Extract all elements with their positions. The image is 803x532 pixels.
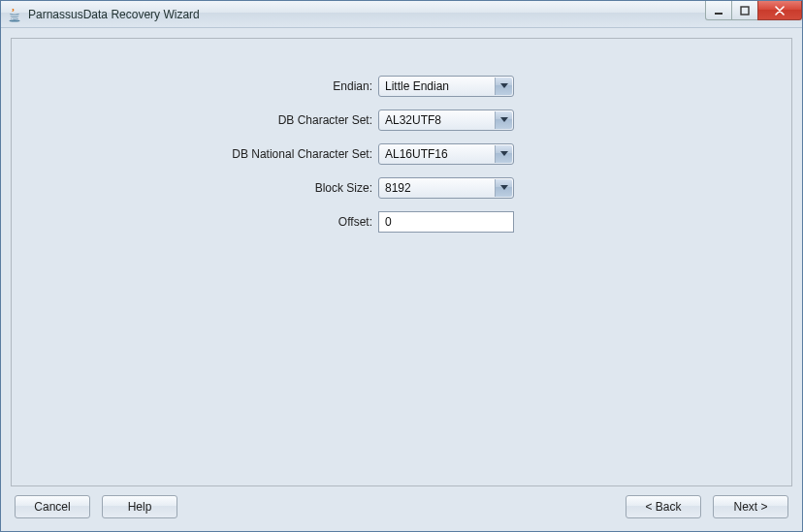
- svg-rect-1: [715, 13, 723, 15]
- row-charset: DB Character Set: AL32UTF8: [12, 110, 791, 131]
- close-button[interactable]: [757, 1, 802, 20]
- titlebar[interactable]: ParnassusData Recovery Wizard: [1, 1, 802, 28]
- chevron-down-icon: [495, 179, 512, 197]
- offset-input[interactable]: [378, 211, 514, 233]
- client-area: Endian: Little Endian DB Character Set:: [1, 28, 802, 531]
- label-ncharset: DB National Character Set:: [12, 147, 378, 161]
- label-endian: Endian:: [12, 79, 378, 93]
- block-size-select-value: 8192: [385, 181, 411, 195]
- window-title: ParnassusData Recovery Wizard: [28, 8, 200, 21]
- form: Endian: Little Endian DB Character Set:: [12, 76, 791, 233]
- chevron-down-icon: [495, 145, 512, 163]
- svg-point-0: [10, 19, 20, 21]
- window-controls: [706, 1, 802, 20]
- row-offset: Offset:: [12, 211, 791, 233]
- label-offset: Offset:: [12, 215, 378, 229]
- block-size-select[interactable]: 8192: [378, 177, 514, 199]
- endian-select-value: Little Endian: [385, 79, 449, 93]
- label-block-size: Block Size:: [12, 181, 378, 195]
- cancel-button[interactable]: Cancel: [15, 495, 90, 518]
- maximize-button[interactable]: [731, 1, 758, 20]
- app-window: ParnassusData Recovery Wizard Endian: Li…: [0, 0, 803, 532]
- ncharset-select-value: AL16UTF16: [385, 147, 448, 161]
- endian-select[interactable]: Little Endian: [378, 76, 514, 97]
- chevron-down-icon: [495, 111, 512, 129]
- row-endian: Endian: Little Endian: [12, 76, 791, 97]
- label-charset: DB Character Set:: [12, 113, 378, 127]
- back-button[interactable]: < Back: [626, 495, 701, 518]
- button-bar: Cancel Help < Back Next >: [11, 486, 792, 521]
- charset-select[interactable]: AL32UTF8: [378, 110, 514, 131]
- minimize-button[interactable]: [705, 1, 732, 20]
- next-button[interactable]: Next >: [713, 495, 788, 518]
- ncharset-select[interactable]: AL16UTF16: [378, 143, 514, 165]
- row-block-size: Block Size: 8192: [12, 177, 791, 199]
- chevron-down-icon: [495, 78, 512, 95]
- help-button[interactable]: Help: [102, 495, 177, 518]
- charset-select-value: AL32UTF8: [385, 113, 441, 127]
- svg-rect-2: [741, 7, 749, 15]
- java-icon: [7, 7, 22, 22]
- wizard-panel: Endian: Little Endian DB Character Set:: [11, 38, 792, 486]
- row-ncharset: DB National Character Set: AL16UTF16: [12, 143, 791, 165]
